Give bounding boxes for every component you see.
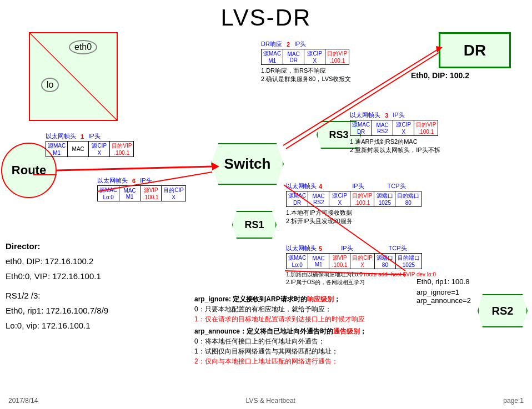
- arp-announce-1: 1：试图仅向目标网络通告与其网络匹配的地址；: [194, 346, 367, 356]
- rs2-label: RS2: [492, 305, 514, 317]
- pkt4-header-ip: IP头: [352, 182, 364, 190]
- rs2-shape: RS2: [478, 294, 528, 327]
- dr-shape: DR: [439, 32, 511, 68]
- pkt1-header-left: 以太网帧头: [46, 132, 76, 140]
- packet3-container: 以太网帧头 3 IP头 源MACDR MACRS2 源CIPX 目的VIP.10…: [350, 111, 440, 154]
- arp-section: arp_ignore: 定义接收到ARP请求时的响应级别； 0：只要本地配置的有…: [194, 294, 367, 366]
- pkt2-header-left: DR响应: [261, 40, 282, 48]
- rs2-info: Eth0, rip1: 100.8 arp_ignore=1 arp_annou…: [416, 277, 471, 305]
- arp-announce-2: 2：仅向与本地接口上地址匹配的网络进行通告；: [194, 356, 367, 366]
- rs2-arp-announce: arp_announce=2: [416, 296, 471, 305]
- route-box: eth0 lo: [29, 32, 118, 121]
- rs2-arp-ignore: arp_ignore=1: [416, 288, 471, 296]
- pkt4-header-left: 以太网帧头: [286, 182, 317, 190]
- footer-date: 2017/8/14: [8, 397, 38, 405]
- packet1-table: 源MACM1 MAC 源CIPX 目的VIP.100.1: [46, 141, 134, 157]
- rs2-eth0: Eth0, rip1: 100.8: [416, 277, 471, 286]
- dr-label: DR: [464, 42, 486, 59]
- packet4-table: 源MACDR MACRS2 源CIPX 目的VIP.100.1 源端口1025 …: [286, 191, 421, 207]
- packet5-table: 源MACLo:0 MACM1 源VIP.100.1 目的CIPX 源端口80 目…: [286, 253, 422, 269]
- packet6-table: 源MACLo:0 MACM1 源VIP.100.1 目的CIPX: [97, 185, 186, 201]
- director-line3: Eth0, rip1: 172.16.100.7/8/9: [6, 303, 108, 318]
- pkt6-header-left: 以太网帧头: [97, 176, 128, 185]
- director-line1: eth0, DIP: 172.16.100.2: [6, 254, 108, 269]
- arp-announce-0: 0：将本地任何接口上的任何地址向外通告；: [194, 336, 367, 346]
- pkt5-note2: 2.IP属于OS的，各网段相互学习: [286, 279, 436, 286]
- arp-ignore-def: arp_ignore: 定义接收到ARP请求时的响应级别；: [194, 294, 367, 304]
- footer-center: LVS & Heartbeat: [246, 397, 295, 405]
- eth0-label: eth0: [69, 40, 97, 54]
- packet2-table: 源MACM1 MACDR 源CIPX 目的VIP.100.1: [261, 49, 349, 65]
- footer-page: page:1: [503, 397, 524, 405]
- pkt5-header-left: 以太网帧头: [286, 244, 317, 253]
- pkt3-note2: 2.重新封装以太网帧头，IP头不拆: [350, 146, 440, 154]
- director-title: Director:: [6, 239, 108, 254]
- pkt3-note1: 1.通ARP找到RS2的MAC: [350, 138, 440, 146]
- pkt6-header-right: IP头: [140, 176, 152, 185]
- director-line2: Eth0:0, VIP: 172.16.100.1: [6, 269, 108, 284]
- pkt5-header-tcp: TCP头: [389, 244, 407, 253]
- pkt2-header-right: IP头: [294, 40, 306, 48]
- switch-shape: Switch: [211, 143, 284, 185]
- pkt4-header-tcp: TCP头: [388, 182, 406, 190]
- arp-announce-def: arp_announce：定义将自已地址向外通告时的通告级别；: [194, 326, 367, 336]
- dr-eth0-label: Eth0, DIP: 100.2: [411, 71, 469, 80]
- pkt5-header-ip: IP头: [341, 244, 353, 253]
- switch-label: Switch: [224, 155, 271, 173]
- packet6-container: 以太网帧头 6 IP头 源MACLo:0 MACM1 源VIP.100.1 目的…: [97, 176, 186, 201]
- pkt2-note2: 2.确认是群集服务80，LVS收报文: [261, 75, 351, 83]
- footer: 2017/8/14 LVS & Heartbeat page:1: [0, 397, 532, 405]
- pkt4-num: 4: [319, 183, 322, 190]
- pkt5-note1: 1.加路由以确保响应地址为Lo:0 route add -host $VIP d…: [286, 271, 436, 279]
- pkt1-header-right: IP头: [88, 132, 100, 140]
- pkt2-note1: 1.DR响应，而RS不响应: [261, 67, 351, 75]
- packet5-container: 以太网帧头 5 IP头 TCP头 源MACLo:0 MACM1 源VIP.100…: [286, 244, 436, 286]
- pkt3-header-left: 以太网帧头: [350, 111, 380, 119]
- arp-ignore-0: 0：只要本地配置的有相应地址，就给予响应；: [194, 304, 367, 314]
- arp-ignore-1: 1：仅在请求的目标地址配置请求到达接口上的时候才响应: [194, 314, 367, 324]
- director-info: Director: eth0, DIP: 172.16.100.2 Eth0:0…: [6, 239, 108, 333]
- page-title: LVS-DR: [0, 0, 532, 31]
- svg-line-1: [57, 166, 212, 170]
- pkt4-note1: 1.本地有IP方可接收数据: [286, 209, 421, 217]
- director-line4: Lo:0, vip: 172.16.100.1: [6, 318, 108, 333]
- packet3-table: 源MACDR MACRS2 源CIPX 目的VIP.100.1: [350, 120, 438, 136]
- pkt2-num: 2: [287, 41, 290, 48]
- packet1-container: 以太网帧头 1 IP头 源MACM1 MAC 源CIPX 目的VIP.100.1: [46, 132, 134, 157]
- rs1-label: RS1: [244, 219, 264, 231]
- packet4-container: 以太网帧头 4 IP头 TCP头 源MACDR MACRS2 源CIPX 目的V…: [286, 182, 421, 225]
- route-label: Route: [12, 163, 46, 178]
- pkt1-num: 1: [81, 133, 84, 140]
- rs3-label: RS3: [329, 129, 348, 141]
- packet2-container: DR响应 2 IP头 源MACM1 MACDR 源CIPX 目的VIP.100.…: [261, 40, 351, 83]
- pkt3-num: 3: [385, 112, 388, 119]
- rs1-shape: RS1: [232, 211, 277, 239]
- pkt3-header-right: IP头: [393, 111, 404, 119]
- pkt4-note2: 2.拆开IP头且发现80服务: [286, 217, 421, 225]
- rs-title: RS1/2 /3:: [6, 288, 108, 303]
- pkt6-num: 6: [132, 178, 135, 184]
- pkt5-num: 5: [319, 245, 322, 252]
